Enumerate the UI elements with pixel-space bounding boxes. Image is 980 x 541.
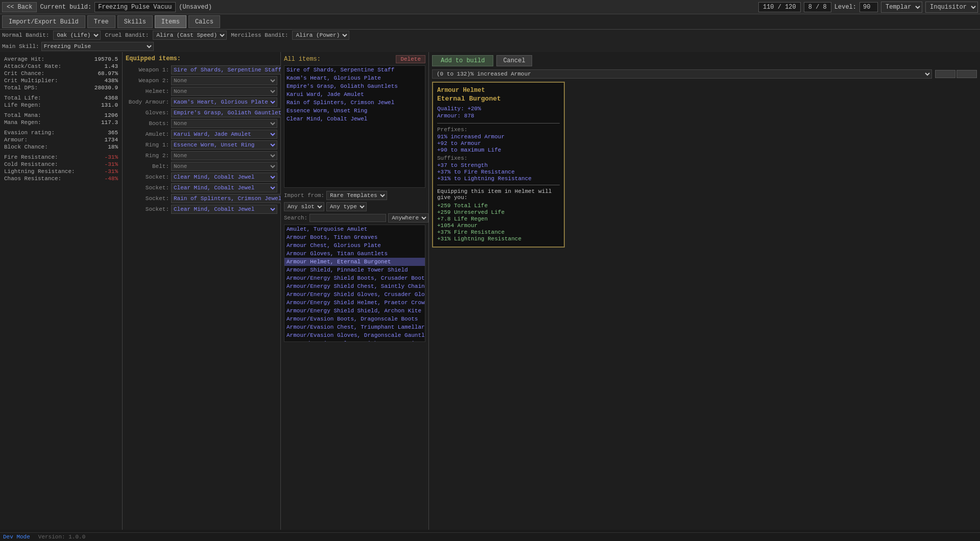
- armour-range-max[interactable]: [957, 70, 977, 78]
- delete-button[interactable]: Delete: [396, 55, 425, 63]
- class-select[interactable]: Templar: [881, 2, 922, 13]
- stat-total-mana-value: 1206: [105, 112, 118, 118]
- all-items-list-item[interactable]: Empire's Grasp, Goliath Gauntlets: [284, 82, 425, 90]
- tab-skills[interactable]: Skills: [117, 15, 153, 28]
- stats-panel: Average Hit: 19570.5 Attack/Cast Rate: 1…: [0, 52, 123, 530]
- stat-evasion: Evasion rating: 365: [4, 130, 118, 136]
- all-items-list-item[interactable]: Karui Ward, Jade Amulet: [284, 90, 425, 99]
- all-items-list-item[interactable]: Essence Worm, Unset Ring: [284, 107, 425, 115]
- equipped-slot-select[interactable]: Clear Mind, Cobalt Jewel: [171, 183, 277, 192]
- tab-calcs[interactable]: Calcs: [188, 15, 220, 28]
- search-result-item[interactable]: Armour/Energy Shield Shield, Archon Kite…: [284, 307, 425, 315]
- dev-mode-label[interactable]: Dev Mode: [3, 534, 30, 540]
- search-result-item[interactable]: Armour/Energy Shield Helmet, Praetor Cro…: [284, 299, 425, 307]
- equipped-slot-select[interactable]: None: [171, 87, 277, 96]
- search-result-item[interactable]: Armour/Evasion Gloves, Dragonscale Gaunt…: [284, 331, 425, 339]
- stat-block-label: Block Chance:: [4, 144, 48, 150]
- equipped-slot-select[interactable]: None: [171, 76, 277, 85]
- slot-filter-select[interactable]: Any slot: [284, 202, 324, 211]
- search-result-item[interactable]: Armour/Energy Shield Boots, Crusader Boo…: [284, 274, 425, 282]
- normal-bandit-select[interactable]: Oak (Life): [53, 31, 101, 40]
- search-result-item[interactable]: Armour Boots, Titan Greaves: [284, 233, 425, 241]
- equipped-slot-label: Socket:: [126, 206, 169, 212]
- equipped-slot-select[interactable]: Rain of Splinters, Crimson Jewel: [171, 194, 291, 203]
- search-results-list[interactable]: Amulet, Turquoise AmuletArmour Boots, Ti…: [284, 225, 425, 342]
- stat-total-life-label: Total Life:: [4, 95, 41, 101]
- search-result-item[interactable]: Armour Chest, Glorious Plate: [284, 241, 425, 250]
- search-result-item[interactable]: Armour/Energy Shield Chest, Saintly Chai…: [284, 282, 425, 290]
- tab-tree[interactable]: Tree: [87, 15, 115, 28]
- search-result-item[interactable]: Armour Gloves, Titan Gauntlets: [284, 250, 425, 258]
- equipped-slot-select[interactable]: Sire of Shards, Serpentine Staff: [171, 65, 291, 75]
- equipped-slot-select[interactable]: Kaom's Heart, Glorious Plate: [171, 97, 277, 107]
- dev-bar: Dev Mode Version: 1.0.0: [0, 532, 980, 541]
- second-bar: Import/Export Build Tree Skills Items Ca…: [0, 14, 980, 30]
- normal-bandit-label: Normal Bandit:: [2, 32, 49, 38]
- search-row: Search: Anywhere: [284, 213, 425, 223]
- stat-lightning-res-label: Lightning Resistance:: [4, 168, 75, 175]
- equipped-slot-label: Boots:: [126, 120, 169, 127]
- equipped-slot-select[interactable]: None: [171, 151, 277, 160]
- merciless-bandit-select[interactable]: Alira (Power): [292, 31, 349, 40]
- add-to-build-button[interactable]: Add to build: [432, 55, 493, 66]
- equipped-slot-label: Weapon 2:: [126, 78, 169, 84]
- armour-filter-select[interactable]: (0 to 132)% increased Armour: [432, 69, 932, 79]
- search-result-item[interactable]: Armour Helmet, Eternal Burgonet: [284, 258, 425, 266]
- search-result-item[interactable]: Armour/Energy Shield Gloves, Crusader Gl…: [284, 290, 425, 299]
- anywhere-select[interactable]: Anywhere: [388, 213, 428, 223]
- all-items-list[interactable]: Sire of Shards, Serpentine StaffKaom's H…: [284, 65, 425, 188]
- search-label: Search:: [284, 215, 307, 221]
- equipped-slot-select[interactable]: Karui Ward, Jade Amulet: [171, 130, 277, 139]
- equipped-slot-select[interactable]: Empire's Grasp, Goliath Gauntlets: [171, 108, 294, 117]
- stat-crit-chance-value: 68.97%: [98, 70, 118, 77]
- all-items-list-item[interactable]: Rain of Splinters, Crimson Jewel: [284, 99, 425, 107]
- level-label: Level:: [834, 4, 856, 11]
- search-result-item[interactable]: Armour/Evasion Boots, Dragonscale Boots: [284, 315, 425, 323]
- search-result-item[interactable]: Amulet, Turquoise Amulet: [284, 225, 425, 233]
- stat-mana-regen-value: 117.3: [101, 119, 118, 126]
- all-items-list-item[interactable]: Sire of Shards, Serpentine Staff: [284, 66, 425, 74]
- cruel-bandit-select[interactable]: Alira (Cast Speed): [153, 31, 227, 40]
- equipped-slot-row: Belt:None: [126, 162, 277, 171]
- armour-range-min[interactable]: [935, 70, 955, 78]
- stat-mana-regen-label: Mana Regen:: [4, 119, 41, 126]
- stat-cold-res-value: -31%: [105, 161, 118, 167]
- stat-evasion-value: 365: [108, 130, 118, 136]
- search-result-item[interactable]: Armour/Evasion Helmet, Nightmare Bascine…: [284, 339, 425, 342]
- equipped-slot-row: Gloves:Empire's Grasp, Goliath Gauntlets: [126, 108, 277, 117]
- equipped-slot-select[interactable]: Essence Worm, Unset Ring: [171, 140, 277, 150]
- stat-chaos-res-label: Chaos Resistance:: [4, 176, 61, 182]
- current-build-label: Current build:: [40, 4, 91, 11]
- equipped-slot-select[interactable]: None: [171, 119, 277, 128]
- all-items-list-item[interactable]: Kaom's Heart, Glorious Plate: [284, 74, 425, 82]
- search-result-item[interactable]: Armour/Evasion Chest, Triumphant Lamella…: [284, 323, 425, 331]
- stat-total-dps-value: 28030.9: [94, 85, 118, 91]
- level-input[interactable]: [859, 2, 878, 12]
- equipped-slot-select[interactable]: None: [171, 162, 277, 171]
- equipped-slot-label: Socket:: [126, 174, 169, 180]
- tab-items[interactable]: Items: [155, 15, 186, 28]
- ascendancy-select[interactable]: Inquisitor: [925, 2, 978, 13]
- unsaved-label: (Unsaved): [179, 4, 212, 11]
- item-card-suffix: +37% to Fire Resistance: [437, 169, 560, 175]
- search-input[interactable]: [309, 214, 386, 222]
- equipped-slot-select[interactable]: Clear Mind, Cobalt Jewel: [171, 205, 277, 214]
- equipped-slot-select[interactable]: Clear Mind, Cobalt Jewel: [171, 173, 277, 182]
- import-export-button[interactable]: Import/Export Build: [2, 15, 85, 28]
- type-filter-select[interactable]: Any type: [326, 202, 367, 211]
- main-skill-select[interactable]: Freezing Pulse: [41, 42, 154, 51]
- item-card-equipping-title: Equipping this item in Helmet will give …: [437, 188, 560, 201]
- search-result-item[interactable]: Armour Shield, Pinnacle Tower Shield: [284, 266, 425, 274]
- stat-crit-chance: Crit Chance: 68.97%: [4, 70, 118, 77]
- item-card-suffix: +37 to Strength: [437, 162, 560, 168]
- main-skill-label: Main Skill:: [2, 43, 39, 50]
- cancel-button[interactable]: Cancel: [496, 55, 532, 66]
- all-items-list-item[interactable]: Clear Mind, Cobalt Jewel: [284, 115, 425, 123]
- back-button[interactable]: << Back: [2, 2, 37, 12]
- build-name-input[interactable]: [94, 2, 176, 12]
- stat-lightning-res-value: -31%: [105, 168, 118, 175]
- item-card-quality: Quality: +20%: [437, 106, 560, 112]
- all-items-title-row: All items: Delete: [284, 55, 425, 63]
- import-from-label: Import from:: [284, 192, 324, 199]
- import-from-select[interactable]: Rare Templates: [326, 191, 387, 200]
